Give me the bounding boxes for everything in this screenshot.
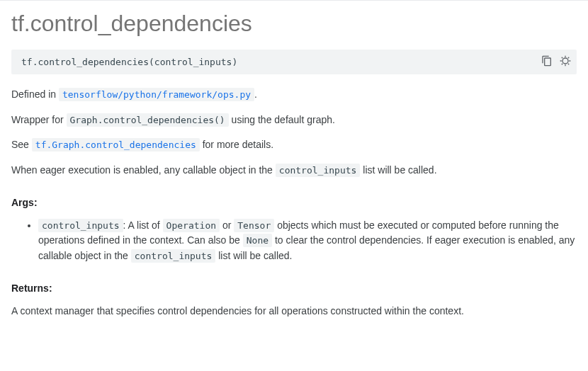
defined-in-line: Defined in tensorflow/python/framework/o… — [11, 87, 577, 103]
text: : A list of — [123, 219, 163, 231]
arg-name: control_inputs — [38, 219, 123, 232]
defined-in-link[interactable]: tensorflow/python/framework/ops.py — [59, 89, 254, 100]
text: When eager execution is enabled, any cal… — [11, 164, 276, 176]
see-code: tf.Graph.control_dependencies — [32, 138, 200, 152]
see-link[interactable]: tf.Graph.control_dependencies — [32, 139, 200, 150]
code-inline: Tensor — [234, 219, 274, 232]
text: Defined in — [11, 89, 59, 100]
see-line: See tf.Graph.control_dependencies for mo… — [11, 137, 577, 153]
text: for more details. — [200, 139, 273, 150]
list-item: control_inputs: A list of Operation or T… — [38, 218, 577, 264]
signature-codeblock: tf.control_dependencies(control_inputs) — [11, 50, 577, 74]
text: or — [220, 219, 234, 231]
text: list will be called. — [360, 164, 436, 176]
signature-text: tf.control_dependencies(control_inputs) — [21, 57, 237, 67]
args-heading: Args: — [11, 197, 577, 208]
returns-heading: Returns: — [11, 282, 577, 294]
text: . — [254, 89, 257, 100]
returns-text: A context manager that specifies control… — [11, 304, 577, 319]
text: using the default graph. — [229, 114, 335, 125]
text: Wrapper for — [11, 114, 67, 125]
copy-icon[interactable] — [540, 54, 554, 68]
theme-icon[interactable] — [558, 54, 572, 68]
args-list: control_inputs: A list of Operation or T… — [11, 218, 577, 264]
code-inline: control_inputs — [276, 164, 361, 177]
wrapper-line: Wrapper for Graph.control_dependencies()… — [11, 113, 577, 128]
defined-in-code: tensorflow/python/framework/ops.py — [59, 88, 254, 101]
text: See — [11, 139, 32, 150]
code-inline: control_inputs — [131, 249, 216, 263]
text: list will be called. — [215, 250, 292, 261]
page-title: tf.control_dependencies — [11, 11, 577, 37]
code-inline: None — [243, 234, 272, 247]
eager-line: When eager execution is enabled, any cal… — [11, 163, 577, 178]
code-inline: Operation — [163, 219, 220, 232]
code-inline: Graph.control_dependencies() — [67, 113, 229, 127]
